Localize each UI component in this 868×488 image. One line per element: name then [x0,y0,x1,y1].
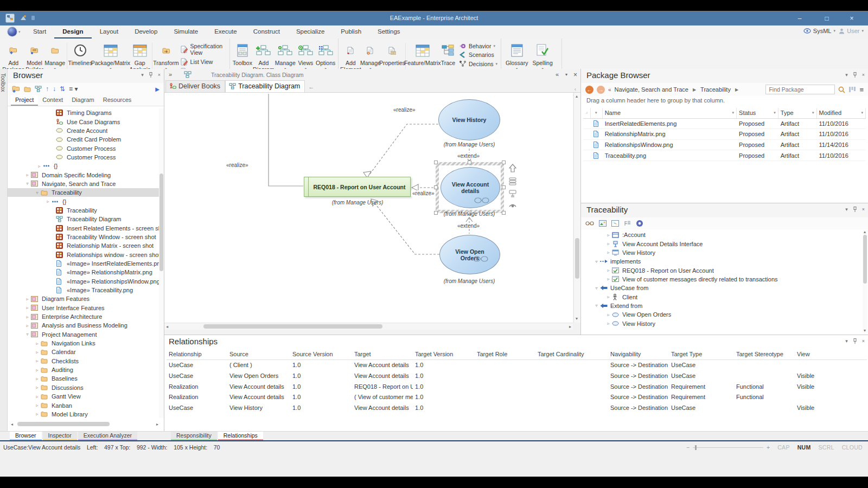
tree-item[interactable]: ▹Auditing [8,365,162,374]
trace-tree-item[interactable]: ▹View History [582,319,861,328]
close-icon[interactable]: × [862,338,865,344]
tree-item[interactable]: ▹Domain Specific Modeling [8,170,162,179]
user-menu[interactable]: User ▾ [839,28,864,34]
scroll-right-icon[interactable]: ▸ [156,422,158,427]
tree-item[interactable]: «Image» InsertRelatedElements.png [8,259,162,268]
tree-item[interactable]: ▹Kanban [8,401,162,409]
tree-item[interactable]: ▹Analysis and Business Modeling [8,321,162,330]
tree-item[interactable]: Relationship Matrix - screen shot [8,241,162,250]
swap-icon[interactable]: ⇅ [60,85,65,93]
hamburger-icon[interactable]: ≡ ▾ [69,85,78,93]
expander-icon[interactable]: ▹ [605,294,612,299]
zoom-in-icon[interactable]: + [767,444,770,451]
tree-item[interactable]: Traceability Diagram [8,215,162,223]
back-icon[interactable]: ← [585,86,593,94]
expander-icon[interactable]: ▹ [34,376,41,381]
column-header-target[interactable]: Target [352,349,413,359]
column-header-type[interactable]: Type▾ [778,108,817,118]
column-header-target-version[interactable]: Target Version [413,349,475,359]
chevrons-right-icon[interactable]: » [169,71,172,78]
expander-icon[interactable]: ▹ [34,341,41,346]
tab-scroll-left-icon[interactable]: ‹ [575,86,576,92]
usecase-view-account-details[interactable]: View Account details [441,167,500,208]
trace-tree-item[interactable]: ▹:Account [582,230,861,239]
scroll-right-icon[interactable]: ▸ [569,324,571,330]
expander-icon[interactable]: ▹ [34,412,41,416]
tree-item[interactable]: Timing Diagrams [8,108,162,117]
browser-tab-diagram[interactable]: Diagram [67,95,99,106]
trace-tree-item[interactable]: ▹REQ018 - Report on User Account [582,266,861,274]
usecase-view-open-orders[interactable]: View Open Orders [439,235,500,274]
tree-item[interactable]: Create Account [8,126,162,135]
tree-item[interactable]: «Image» RelationshipsWindow.png [8,277,162,286]
column-header-target-type[interactable]: Target Type [669,349,734,359]
traceability-scrollbar[interactable]: ▴ ▾ [863,230,867,332]
close-icon[interactable]: × [158,72,161,78]
browser-tab-context[interactable]: Context [38,95,67,106]
trace-tree-item[interactable]: ▿UseCase from [582,284,861,292]
expander-icon[interactable]: ▹ [34,385,41,390]
image-diagram-icon[interactable] [611,220,619,227]
table-row[interactable]: UseCaseView History1.0View Account detai… [167,402,867,413]
expander-icon[interactable]: ▿ [34,190,41,195]
browser-horizontal-scrollbar[interactable]: ◂ ▸ [11,421,158,427]
browser-tab-resources[interactable]: Resources [99,95,136,106]
tree-item[interactable]: ▹Baselines [8,374,162,383]
close-icon[interactable]: × [573,71,577,79]
diagram-tab-traceability-diagram[interactable]: Traceability Diagram [225,80,305,92]
tree-item[interactable]: ▹Diagram Features [8,294,162,303]
column-header-target-role[interactable]: Target Role [475,349,535,359]
column-header-view[interactable]: View [795,349,865,359]
tree-item[interactable]: «Image» RelationshipMatrix.png [8,268,162,277]
expander-icon[interactable]: ▹ [605,321,612,326]
usecase-view-history[interactable]: View History [438,99,500,140]
requirement-node[interactable]: REQ018 - Report on User Account [304,177,411,197]
glasses-icon[interactable] [585,221,594,226]
tree-item[interactable]: «Image» Traceability.png [8,286,162,294]
perspective-selector[interactable]: SysML ▾ [803,28,835,34]
search-icon[interactable] [838,86,845,93]
ribbon-button-decisions[interactable]: Decisions▾ [459,60,497,67]
expander-icon[interactable]: ▹ [605,312,612,317]
close-button[interactable]: × [841,11,863,26]
diagram-canvas[interactable]: REQ018 - Report on User Account (from Ma… [164,93,573,323]
down-arrow-icon[interactable]: ↓ [53,85,56,93]
tree-list-icon[interactable] [624,220,631,227]
filter-icon[interactable] [848,86,856,93]
trace-tree-item[interactable]: ▹View Account Details Interface [582,239,861,248]
trace-tree-item[interactable]: ▹View of customer messages directly rela… [582,275,861,284]
expander-icon[interactable]: ▿ [593,259,600,264]
tree-item[interactable]: ▹{} [8,197,162,206]
resize-handle[interactable] [502,185,506,189]
tree-item[interactable]: Customer Process [8,153,162,162]
panel-menu-icon[interactable]: ▾ [845,207,848,212]
table-row[interactable]: UseCaseView Open Orders1.0View Account d… [167,370,867,381]
ribbon-tab-publish[interactable]: Publish [333,25,369,38]
expander-icon[interactable]: ▹ [34,358,41,363]
minimize-button[interactable]: – [789,11,810,26]
forward-icon[interactable]: → [597,86,605,94]
dock-tab-responsibility[interactable]: Responsibility [171,432,217,440]
tree-item[interactable]: ▹Discussions [8,383,162,392]
close-icon[interactable]: × [862,207,865,212]
scroll-left-icon[interactable]: ◂ [11,422,13,427]
chevrons-left-icon[interactable]: « [556,71,559,78]
tree-item[interactable]: Credit Card Problem [8,135,162,144]
chevrons-left-icon[interactable]: « [608,87,611,93]
ribbon-button-list-view[interactable]: List View [180,58,226,66]
tree-item[interactable]: Use Case Diagrams [8,117,162,126]
trace-tree-item[interactable]: ▿Extend from [582,301,861,310]
table-row[interactable]: RealizationView Account details1.0( View… [167,391,867,402]
column-header-target-stereotype[interactable]: Target Stereotype [734,349,795,359]
logo-caret-icon[interactable]: ▾ [18,30,21,34]
column-header-name[interactable]: Name▾ [603,108,737,118]
column-header-target-cardinality[interactable]: Target Cardinality [535,349,608,359]
ribbon-tab-construct[interactable]: Construct [245,25,288,38]
pin-icon[interactable] [149,72,153,78]
canvas-vertical-scrollbar[interactable]: ▴ ▾ [573,93,580,323]
expander-icon[interactable]: ▹ [34,403,41,408]
expander-icon[interactable]: ▹ [605,250,612,255]
tree-item[interactable]: Relationships window - screen shot [8,251,162,259]
caret-down-icon[interactable]: ▾ [565,72,567,77]
scroll-up-icon[interactable]: ▴ [864,229,866,235]
